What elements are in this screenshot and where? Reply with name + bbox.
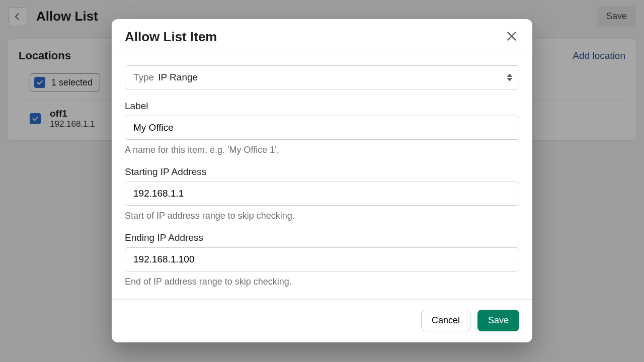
- end-ip-help: End of IP address range to skip checking…: [125, 277, 519, 287]
- start-ip-input[interactable]: [125, 182, 519, 206]
- end-ip-label: Ending IP Address: [125, 232, 519, 243]
- allow-list-item-modal: Allow List Item Type IP Range Label A: [112, 19, 532, 342]
- save-button[interactable]: Save: [477, 310, 519, 331]
- close-icon: [505, 30, 518, 43]
- type-value: IP Range: [158, 72, 198, 83]
- modal-close-button[interactable]: [504, 30, 519, 45]
- start-ip-label: Starting IP Address: [125, 166, 519, 177]
- modal-title: Allow List Item: [125, 29, 217, 45]
- end-ip-input[interactable]: [125, 247, 519, 272]
- type-label: Type: [133, 72, 154, 83]
- label-field-label: Label: [125, 101, 519, 112]
- type-select[interactable]: Type IP Range: [125, 65, 519, 89]
- label-help: A name for this item, e.g. 'My Office 1'…: [125, 145, 519, 155]
- cancel-button[interactable]: Cancel: [421, 310, 470, 331]
- select-caret-icon: [507, 74, 512, 81]
- label-input[interactable]: [125, 116, 519, 140]
- start-ip-help: Start of IP address range to skip checki…: [125, 211, 519, 221]
